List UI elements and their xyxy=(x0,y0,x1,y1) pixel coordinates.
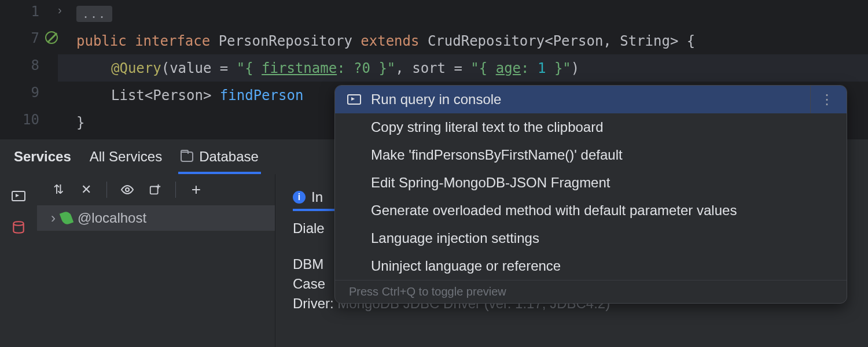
string-key: firstname xyxy=(262,60,337,76)
gutter: 1 › 7 8 9 10 xyxy=(0,0,58,139)
code-line[interactable]: ... xyxy=(58,0,868,27)
annotation: @Query xyxy=(111,60,161,76)
breadcrumb-dots[interactable]: ... xyxy=(76,6,112,22)
expand-icon[interactable]: ⇅ xyxy=(51,182,66,197)
menu-item-injection-settings[interactable]: Language injection settings xyxy=(335,224,847,252)
divider xyxy=(175,182,176,198)
string: }" xyxy=(546,60,571,76)
line-number: 7 xyxy=(0,30,39,46)
tree-toolbar: ⇅ ✕ + xyxy=(37,174,275,205)
context-menu: Run query in console ⋮ Copy string liter… xyxy=(334,85,847,304)
line-number: 1 xyxy=(0,3,39,20)
no-entry-icon[interactable] xyxy=(45,31,58,44)
menu-item-make-default[interactable]: Make 'findPersonsByFirstName()' default xyxy=(335,141,847,169)
line-number: 8 xyxy=(0,57,39,73)
plus-icon[interactable]: + xyxy=(189,182,204,197)
new-window-icon[interactable] xyxy=(148,182,163,197)
svg-rect-1 xyxy=(150,187,158,194)
keyword: public xyxy=(76,33,127,49)
menu-item-uninject[interactable]: Uninject language or reference xyxy=(335,252,847,280)
menu-item-copy-string[interactable]: Copy string literal text to the clipboar… xyxy=(335,113,847,141)
svg-point-0 xyxy=(126,188,129,191)
return-type: List<Person> xyxy=(111,87,220,104)
string-key: age xyxy=(496,60,521,76)
menu-item-label: Run query in console xyxy=(371,91,501,108)
string: : xyxy=(521,60,538,76)
code-line-current[interactable]: @Query(value = "{ firstname: ?0 }", sort… xyxy=(58,54,868,82)
identifier: CrudRepository xyxy=(428,33,545,49)
chevron-right-icon: › xyxy=(51,210,56,226)
brace: } xyxy=(76,115,84,131)
method-name: findPerson xyxy=(220,87,304,104)
code-line[interactable]: public interface PersonRepository extend… xyxy=(58,27,868,54)
tab-all-services[interactable]: All Services xyxy=(90,139,162,174)
menu-footer: Press Ctrl+Q to toggle preview xyxy=(335,280,847,303)
menu-item-label: Uninject language or reference xyxy=(371,258,561,274)
keyword: extends xyxy=(361,33,419,49)
tree-panel: ⇅ ✕ + › @localhost xyxy=(37,174,275,347)
generic-params: <Person, String> { xyxy=(545,33,695,49)
menu-item-generate-overload[interactable]: Generate overloaded method with default … xyxy=(335,197,847,224)
menu-item-label: Language injection settings xyxy=(371,230,539,246)
more-icon[interactable]: ⋮ xyxy=(810,86,835,113)
menu-item-run-query[interactable]: Run query in console ⋮ xyxy=(335,86,847,113)
datasource-icon[interactable] xyxy=(10,219,27,235)
info-icon: i xyxy=(293,191,306,204)
console-icon[interactable] xyxy=(10,188,27,204)
text: (value = xyxy=(161,60,237,76)
string: "{ xyxy=(237,60,262,76)
run-console-icon xyxy=(347,94,361,105)
tree-item-label: @localhost xyxy=(78,210,146,226)
left-rail xyxy=(0,174,37,347)
line-number: 9 xyxy=(0,84,39,101)
tool-window-title[interactable]: Services xyxy=(14,139,71,174)
mongodb-leaf-icon xyxy=(60,211,73,226)
menu-item-label: Edit Spring-MongoDB-JSON Fragment xyxy=(371,175,610,191)
number: 1 xyxy=(538,60,546,76)
eye-icon[interactable] xyxy=(120,182,135,197)
string: "{ xyxy=(470,60,495,76)
divider xyxy=(106,182,107,198)
menu-item-label: Generate overloaded method with default … xyxy=(371,202,737,219)
tab-database[interactable]: Database xyxy=(181,139,259,174)
info-label: In xyxy=(311,189,323,205)
identifier: PersonRepository xyxy=(219,33,352,49)
folder-icon xyxy=(181,152,193,162)
text: ) xyxy=(571,60,579,76)
string: : ?0 }" xyxy=(337,60,395,76)
close-icon[interactable]: ✕ xyxy=(79,182,94,197)
keyword: interface xyxy=(135,33,210,49)
text: , sort = xyxy=(395,60,470,76)
menu-item-edit-fragment[interactable]: Edit Spring-MongoDB-JSON Fragment xyxy=(335,169,847,197)
line-number: 10 xyxy=(0,112,39,128)
tree-item-localhost[interactable]: › @localhost xyxy=(37,205,275,231)
menu-item-label: Make 'findPersonsByFirstName()' default xyxy=(371,147,623,163)
menu-item-label: Copy string literal text to the clipboar… xyxy=(371,119,604,135)
